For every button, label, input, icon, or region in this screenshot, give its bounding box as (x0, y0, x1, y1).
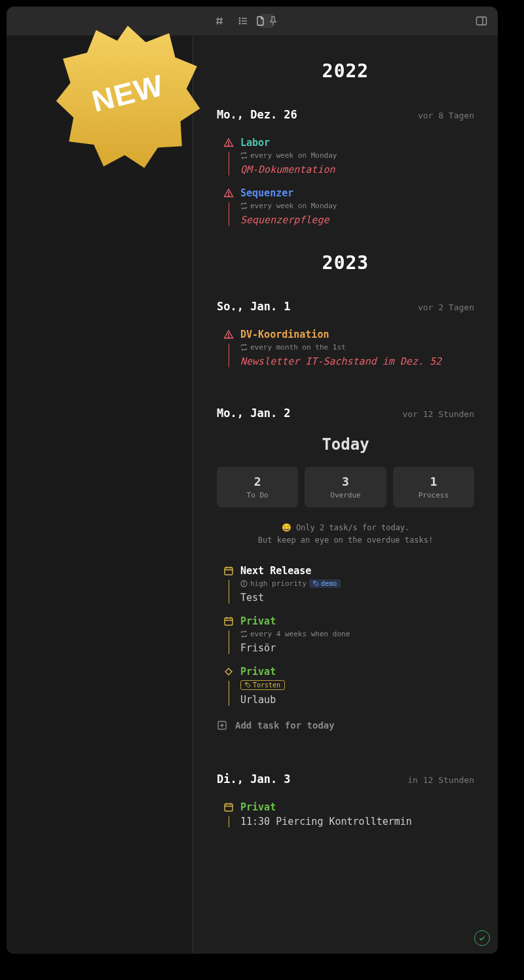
task-line (229, 152, 229, 175)
calendar-icon (223, 616, 234, 626)
day-block: Di., Jan. 3 in 12 Stunden Privat 11:30 P… (217, 772, 474, 827)
new-badge: NEW (52, 20, 203, 170)
hash-icon[interactable] (212, 14, 227, 28)
task-title: DV-Koordination (240, 329, 474, 340)
task-line (229, 580, 229, 604)
stat-overdue[interactable]: 3 Overdue (305, 467, 386, 507)
repeat-icon (240, 202, 248, 209)
task-item[interactable]: Next Release high priority demo Test (217, 565, 474, 604)
task-item[interactable]: DV-Koordination every month on the 1st N… (217, 329, 474, 367)
task-meta: every 4 weeks when done (240, 630, 474, 638)
motivation-text: 😀 Only 2 task/s for today. But keep an e… (217, 522, 474, 547)
task-desc: Test (240, 592, 474, 604)
svg-rect-7 (225, 568, 233, 575)
repeat-text: every week on Monday (250, 202, 337, 210)
svg-point-5 (228, 195, 229, 196)
svg-rect-14 (225, 804, 233, 811)
svg-rect-11 (225, 618, 233, 625)
list-icon[interactable] (236, 14, 250, 28)
toolbar-center (212, 14, 274, 28)
plus-icon (217, 720, 227, 731)
task-item[interactable]: Labor every week on Monday QM-Dokumentat… (217, 137, 474, 175)
sidebar (7, 35, 193, 954)
svg-rect-3 (477, 17, 487, 25)
task-desc: 11:30 Piercing Kontrolltermin (240, 816, 474, 827)
repeat-text: every week on Monday (250, 151, 337, 160)
day-date: So., Jan. 1 (217, 300, 291, 313)
task-body: Sequenzer every week on Monday Sequenzer… (240, 187, 474, 226)
today-header: Today (217, 435, 474, 454)
stat-num: 1 (401, 475, 466, 488)
task-desc: Sequenzerpflege (240, 214, 474, 226)
tag-text: Torsten (253, 681, 280, 689)
task-indicator (217, 615, 240, 654)
task-meta: Torsten (240, 680, 474, 690)
task-indicator (217, 137, 240, 175)
task-item[interactable]: Privat Torsten Urlaub (217, 666, 474, 706)
svg-point-1 (239, 20, 240, 21)
svg-point-6 (228, 336, 229, 337)
stat-num: 2 (225, 475, 290, 488)
task-meta: every month on the 1st (240, 343, 474, 352)
task-title: Privat (240, 801, 474, 813)
add-task-button[interactable]: Add task for today (217, 717, 474, 733)
repeat-icon (240, 344, 248, 351)
day-block: Mo., Dez. 26 vor 8 Tagen Labor (217, 108, 474, 226)
stat-process[interactable]: 1 Process (393, 467, 474, 507)
tag-text: demo (321, 580, 337, 587)
day-relative: in 12 Stunden (407, 775, 474, 785)
main-panel[interactable]: 2022 Mo., Dez. 26 vor 8 Tagen Labor (193, 35, 498, 954)
task-meta: every week on Monday (240, 151, 474, 160)
task-body: DV-Koordination every month on the 1st N… (240, 329, 474, 367)
task-body: Labor every week on Monday QM-Dokumentat… (240, 137, 474, 175)
task-meta: high priority demo (240, 579, 474, 588)
task-desc: QM-Dokumentation (240, 164, 474, 175)
task-desc: Newsletter IT-Sachstand im Dez. 52 (240, 355, 474, 367)
task-indicator (217, 187, 240, 226)
warning-icon (223, 188, 234, 198)
toolbar-right (474, 14, 489, 28)
task-title: Privat (240, 615, 474, 627)
day-date: Mo., Jan. 2 (217, 407, 291, 420)
tag-demo[interactable]: demo (309, 579, 341, 588)
motivation-line2: But keep an eye on the overdue tasks! (217, 534, 474, 547)
pin-icon[interactable] (269, 16, 277, 26)
task-item[interactable]: Sequenzer every week on Monday Sequenzer… (217, 187, 474, 226)
svg-point-2 (239, 23, 240, 24)
repeat-icon (240, 630, 248, 638)
task-desc: Urlaub (240, 694, 474, 706)
repeat-text: every month on the 1st (250, 343, 346, 352)
stat-label: To Do (225, 491, 290, 499)
info-icon (240, 580, 248, 587)
milestone-icon (223, 666, 234, 677)
warning-icon (223, 329, 234, 340)
document-icon[interactable] (256, 16, 265, 26)
stat-todo[interactable]: 2 To Do (217, 467, 298, 507)
task-title: Sequenzer (240, 187, 474, 199)
task-indicator (217, 666, 240, 706)
day-relative: vor 8 Tagen (418, 111, 474, 120)
priority-text: high priority (250, 579, 307, 588)
task-item[interactable]: Privat every 4 weeks when done Frisör (217, 615, 474, 654)
day-header: Mo., Dez. 26 vor 8 Tagen (217, 108, 474, 121)
task-line (229, 681, 229, 706)
panel-toggle-icon[interactable] (474, 14, 489, 28)
tag-torsten[interactable]: Torsten (240, 680, 285, 690)
repeat-text: every 4 weeks when done (250, 630, 350, 638)
task-body: Privat every 4 weeks when done Frisör (240, 615, 474, 654)
repeat-icon (240, 152, 248, 159)
task-indicator (217, 801, 240, 827)
document-mode-group[interactable] (259, 14, 274, 28)
year-2022: 2022 (217, 60, 474, 82)
day-relative: vor 2 Tagen (418, 302, 474, 312)
svg-point-4 (228, 145, 229, 145)
task-title: Labor (240, 137, 474, 149)
day-relative: vor 12 Stunden (402, 409, 474, 419)
task-item[interactable]: Privat 11:30 Piercing Kontrolltermin (217, 801, 474, 827)
day-date: Di., Jan. 3 (217, 772, 291, 786)
status-ok-icon[interactable] (474, 930, 490, 946)
add-task-label: Add task for today (235, 720, 335, 731)
task-desc: Frisör (240, 642, 474, 654)
day-date: Mo., Dez. 26 (217, 108, 297, 121)
svg-point-0 (239, 18, 240, 18)
